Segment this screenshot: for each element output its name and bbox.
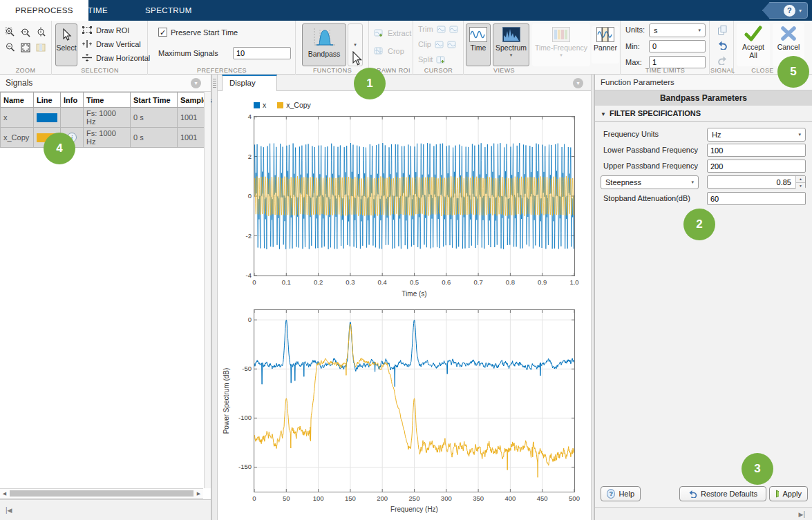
- checkbox-checked-icon[interactable]: ✓: [158, 28, 167, 37]
- section-views: Time Spectrum ▾ Time-Frequency ▾ Panner …: [464, 21, 621, 75]
- signal-name[interactable]: x: [1, 108, 34, 128]
- scroll-right-icon[interactable]: ▶: [194, 489, 203, 498]
- left-splitter[interactable]: [211, 75, 218, 520]
- collapse-left-icon[interactable]: |◀: [6, 506, 12, 514]
- clip-label: Clip: [418, 40, 431, 48]
- spinner-down-icon[interactable]: ▼: [796, 183, 805, 189]
- col-time[interactable]: Time: [84, 93, 131, 108]
- section-label-preferences: PREFERENCES: [149, 67, 295, 74]
- annotation-badge-3: 3: [742, 453, 773, 485]
- extract-icon: [374, 29, 384, 37]
- zoom-in-icon[interactable]: [4, 26, 17, 39]
- table-row[interactable]: x Fs: 1000 Hz 0 s 1001: [1, 108, 205, 128]
- restore-defaults-button[interactable]: Restore Defaults: [679, 486, 766, 501]
- annotation-badge-1: 1: [354, 68, 386, 99]
- signals-collapse-icon[interactable]: ▾: [191, 78, 201, 88]
- time-frequency-view-icon: [552, 27, 570, 42]
- signals-panel: Signals ▾ Name Line Info Time Start Time…: [0, 75, 211, 520]
- help-button[interactable]: ? Help: [601, 486, 641, 501]
- col-info[interactable]: Info: [61, 93, 84, 108]
- upper-passband-label: Upper Passband Frequency: [603, 160, 698, 173]
- col-start-time[interactable]: Start Time: [131, 93, 178, 108]
- panner-icon: [596, 27, 614, 42]
- extract-label: Extract: [388, 29, 411, 37]
- accept-all-label-1: Accept: [742, 43, 764, 51]
- spectrum-view-label: Spectrum: [495, 44, 527, 52]
- steepness-dropdown[interactable]: Steepness ▾: [601, 175, 699, 189]
- display-collapse-icon[interactable]: ▾: [573, 78, 583, 88]
- units-value: s: [654, 26, 658, 35]
- signals-bottom-strip: |◀: [0, 499, 211, 520]
- signals-vertical-scrollbar[interactable]: [204, 92, 211, 488]
- restore-defaults-label: Restore Defaults: [701, 490, 757, 498]
- section-label-views: VIEWS: [464, 67, 544, 74]
- trim-label: Trim: [418, 25, 433, 33]
- col-samples[interactable]: Samples: [178, 93, 205, 108]
- zoom-in-x-icon[interactable]: [19, 26, 32, 39]
- panner-button[interactable]: Panner: [592, 26, 619, 64]
- legend-swatch: [254, 102, 260, 108]
- filter-specifications-section[interactable]: ▼FILTER SPECIFICATIONS: [595, 106, 812, 122]
- preserve-start-time-checkbox[interactable]: ✓ Preserve Start Time: [158, 28, 238, 37]
- draw-vertical-button[interactable]: Draw Vertical: [82, 39, 141, 48]
- spinner-up-icon[interactable]: ▲: [796, 176, 805, 183]
- select-button[interactable]: Select: [55, 23, 77, 66]
- apply-button[interactable]: Apply: [769, 486, 808, 501]
- draw-horizontal-button[interactable]: Draw Horizontal: [82, 53, 150, 62]
- line-swatch[interactable]: [37, 113, 57, 122]
- panner-label: Panner: [594, 44, 617, 52]
- help-icon[interactable]: ?: [784, 5, 795, 17]
- frequency-units-label: Frequency Units: [603, 128, 659, 141]
- steepness-input[interactable]: [707, 175, 806, 189]
- max-label: Max:: [625, 58, 642, 66]
- splitter-grip-icon: [213, 79, 216, 88]
- stopband-attenuation-label: Stopband Attenuation(dB): [603, 192, 690, 205]
- accept-all-button[interactable]: Accept All: [737, 23, 770, 66]
- tab-spectrum[interactable]: SPECTRUM: [130, 0, 207, 21]
- chevron-down-icon: ▾: [698, 28, 701, 32]
- tab-display[interactable]: Display: [222, 75, 277, 91]
- crop-icon: [374, 47, 384, 55]
- steepness-spinner[interactable]: ▲ ▼: [707, 175, 806, 189]
- col-name[interactable]: Name: [1, 93, 34, 108]
- section-signal: SIGNAL: [710, 21, 734, 75]
- frequency-units-dropdown[interactable]: Hz ▾: [707, 128, 806, 142]
- section-label-cursor: CURSOR: [414, 67, 463, 74]
- maximum-signals-input[interactable]: [233, 47, 291, 59]
- upper-passband-input[interactable]: [707, 160, 806, 173]
- time-view-button[interactable]: Time: [466, 23, 491, 66]
- scroll-left-icon[interactable]: ◀: [0, 489, 9, 498]
- lower-passband-input[interactable]: [707, 144, 806, 157]
- apply-label: Apply: [782, 490, 802, 498]
- draw-horizontal-label: Draw Horizontal: [96, 54, 150, 62]
- bandpass-button[interactable]: Bandpass: [302, 23, 346, 66]
- lower-passband-label: Lower Passband Frequency: [603, 144, 698, 157]
- collapse-right-icon[interactable]: ▶|: [798, 508, 805, 520]
- units-dropdown[interactable]: s ▾: [649, 23, 706, 37]
- section-collapse-icon[interactable]: ▼: [601, 111, 606, 117]
- trim-icon-1: [437, 26, 446, 33]
- crop-label: Crop: [388, 47, 404, 55]
- maximum-signals-label: Maximum Signals: [158, 49, 218, 57]
- min-input[interactable]: [649, 40, 706, 52]
- scrollbar-thumb[interactable]: [10, 490, 193, 497]
- help-control[interactable]: ? ▾: [762, 2, 808, 19]
- spectrum-plot[interactable]: 0501001502002503003504004505000-50-100-1…: [254, 309, 575, 492]
- signals-horizontal-scrollbar[interactable]: ◀ ▶: [0, 488, 203, 499]
- col-line[interactable]: Line: [34, 93, 61, 108]
- draw-roi-button[interactable]: Draw ROI: [82, 26, 129, 35]
- undo-icon[interactable]: [716, 39, 728, 51]
- stopband-attenuation-input[interactable]: [707, 192, 806, 205]
- signal-start-time: 0 s: [131, 128, 178, 148]
- table-row[interactable]: x_Copy i Fs: 1000 Hz 0 s 1001: [1, 128, 205, 148]
- zoom-out-icon[interactable]: [4, 41, 17, 54]
- section-label-selection: SELECTION: [53, 67, 147, 74]
- tab-time[interactable]: TIME: [73, 0, 123, 21]
- signal-name[interactable]: x_Copy: [1, 128, 34, 148]
- time-plot[interactable]: 00.10.20.30.40.50.60.70.80.91.0420-2-4: [254, 116, 575, 276]
- draw-vertical-label: Draw Vertical: [96, 40, 141, 48]
- fit-to-view-icon[interactable]: [19, 41, 32, 54]
- signal-time: Fs: 1000 Hz: [84, 128, 131, 148]
- spectrum-view-button[interactable]: Spectrum ▾: [493, 23, 529, 66]
- zoom-in-y-icon[interactable]: [35, 26, 47, 39]
